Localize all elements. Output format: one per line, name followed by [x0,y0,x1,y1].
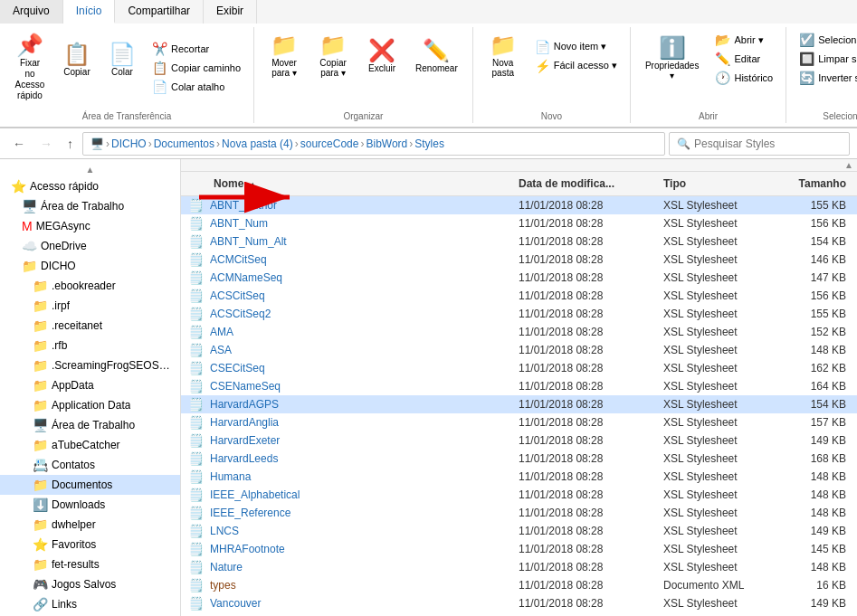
sidebar-item-rfb[interactable]: 📁 .rfb [0,336,180,355]
sidebar-item-dwhelper[interactable]: 📁 dwhelper [0,515,180,535]
sidebar-item-receitanet[interactable]: 📁 .receitanet [0,316,180,336]
breadcrumb-bibword[interactable]: BibWord [366,137,407,150]
up-button[interactable]: ↑ [62,135,79,153]
file-size: 164 KB [777,378,850,394]
file-size: 155 KB [777,197,850,213]
table-row[interactable]: 🗒️Humana11/01/2018 08:28XSL Stylesheet14… [181,468,857,486]
table-row[interactable]: 🗒️ACMCitSeq11/01/2018 08:28XSL Styleshee… [181,251,857,269]
table-row[interactable]: 🗒️IEEE_Reference11/01/2018 08:28XSL Styl… [181,504,857,522]
pin-button[interactable]: 📌 Fixar noAcesso rápido [7,31,52,105]
sidebar-item-appdata[interactable]: 📁 AppData [0,375,180,395]
sidebar-item-downloads[interactable]: ⬇️ Downloads [0,495,180,515]
back-button[interactable]: ← [7,135,31,153]
col-size[interactable]: Tamanho [777,174,850,194]
table-row[interactable]: 🗒️ACSCitSeq11/01/2018 08:28XSL Styleshee… [181,287,857,305]
sidebar-item-megasync[interactable]: M MEGAsync [0,216,180,236]
sidebar-item-application-data[interactable]: 📁 Application Data [0,395,180,415]
file-type: XSL Stylesheet [660,396,777,412]
easy-access-icon: ⚡ [535,59,550,73]
file-name: types [206,577,515,593]
sidebar-item-atubecatcher[interactable]: 📁 aTubeCatcher [0,435,180,455]
search-input[interactable] [694,137,842,150]
rename-button[interactable]: ✏️ Renomear [408,36,465,77]
table-row[interactable]: 🗒️ABNT_Num11/01/2018 08:28XSL Stylesheet… [181,214,857,232]
cut-button[interactable]: ✂️ Recortar [147,40,246,58]
clipboard-buttons: 📌 Fixar noAcesso rápido 📋 Copiar 📄 [7,31,246,119]
select-all-button[interactable]: ☑️ Selecionar tudo [794,31,857,49]
breadcrumb-nova-pasta[interactable]: Nova pasta (4) [222,137,293,150]
col-type[interactable]: Tipo [660,174,777,194]
new-folder-button[interactable]: 📁 Novapasta [481,31,526,81]
table-row[interactable]: 🗒️MHRAFootnote11/01/2018 08:28XSL Styles… [181,540,857,558]
sidebar-item-documentos[interactable]: 📁 Documentos [0,475,180,495]
sidebar-item-fet-results[interactable]: 📁 fet-results [0,554,180,574]
sidebar-item-screamingfrog[interactable]: 📁 .ScreamingFrogSEOSpider [0,355,180,375]
delete-button[interactable]: ❌ Excluir [359,36,405,77]
col-name[interactable]: Nome ▲ [188,174,515,194]
table-row[interactable]: 🗒️HarvardAGPS11/01/2018 08:28XSL Stylesh… [181,395,857,413]
easy-access-label: Fácil acesso ▾ [554,60,617,71]
new-item-button[interactable]: 📄 Novo item ▾ [529,38,623,56]
table-row[interactable]: 🗒️ASA11/01/2018 08:28XSL Stylesheet148 K… [181,341,857,359]
copy-path-button[interactable]: 📋 Copiar caminho [147,59,246,77]
file-date: 11/01/2018 08:28 [515,396,660,412]
table-row[interactable]: 🗒️LNCS11/01/2018 08:28XSL Stylesheet149 … [181,522,857,540]
file-name: ABNT_Num [206,215,515,232]
table-row[interactable]: 🗒️HarvardAnglia11/01/2018 08:28XSL Style… [181,413,857,431]
tab-arquivo[interactable]: Arquivo [0,0,63,24]
easy-access-button[interactable]: ⚡ Fácil acesso ▾ [529,57,623,75]
sidebar-item-dicho[interactable]: 📁 DICHO [0,256,180,276]
table-row[interactable]: 🗒️Nature11/01/2018 08:28XSL Stylesheet14… [181,558,857,576]
move-to-button[interactable]: 📁 Moverpara ▾ [262,31,307,81]
tab-compartilhar[interactable]: Compartilhar [115,0,204,24]
edit-button[interactable]: ✏️ Editar [709,50,778,68]
col-date[interactable]: Data de modifica... [515,174,660,194]
sidebar-item-jogos-salvos[interactable]: 🎮 Jogos Salvos [0,574,180,594]
breadcrumb-sourcecode[interactable]: sourceCode [300,137,359,150]
properties-button[interactable]: ℹ️ Propriedades ▾ [638,33,706,84]
sidebar-item-favoritos[interactable]: ⭐ Favoritos [0,535,180,554]
cut-copy-col: ✂️ Recortar 📋 Copiar caminho 📄 Colar ata… [147,40,246,96]
table-row[interactable]: 🗒️IEEE_Alphabetical11/01/2018 08:28XSL S… [181,486,857,504]
sidebar-item-quick-access[interactable]: ⭐ Acesso rápido [0,176,180,196]
file-size: 148 KB [777,487,850,503]
table-row[interactable]: 🗒️ACMNameSeq11/01/2018 08:28XSL Styleshe… [181,269,857,287]
file-name: CSECitSeq [206,360,515,376]
history-button[interactable]: 🕐 Histórico [709,69,778,87]
sidebar-item-irpf[interactable]: 📁 .irpf [0,296,180,316]
file-type: XSL Stylesheet [660,541,777,557]
file-name: LNCS [206,523,515,539]
copy-button[interactable]: 📋 Copiar [56,40,98,81]
table-row[interactable]: 🗒️ABNT_Num_Alt11/01/2018 08:28XSL Styles… [181,232,857,251]
table-row[interactable]: 🗒️CSENameSeq11/01/2018 08:28XSL Styleshe… [181,377,857,395]
sidebar-item-onedrive[interactable]: ☁️ OneDrive [0,236,180,256]
copy-to-button[interactable]: 📁 Copiarpara ▾ [310,31,356,81]
table-row[interactable]: 🗒️Vancouver11/01/2018 08:28XSL Styleshee… [181,594,857,612]
table-row[interactable]: 🗒️AMA11/01/2018 08:28XSL Stylesheet152 K… [181,323,857,341]
file-date: 11/01/2018 08:28 [515,288,660,304]
tab-exibir[interactable]: Exibir [204,0,257,24]
table-row[interactable]: 🗒️ABNT_Author11/01/2018 08:28XSL Stylesh… [181,196,857,214]
paste-button[interactable]: 📄 Colar [101,40,143,81]
sidebar-item-desktop[interactable]: 🖥️ Área de Trabalho [0,196,180,216]
clear-selection-button[interactable]: 🔲 Limpar seleção [794,50,857,68]
table-row[interactable]: 🗒️CSECitSeq11/01/2018 08:28XSL Styleshee… [181,359,857,377]
forward-button[interactable]: → [34,135,58,153]
table-row[interactable]: 🗒️ACSCitSeq211/01/2018 08:28XSL Styleshe… [181,305,857,323]
invert-selection-button[interactable]: 🔄 Inverter seleção [794,69,857,87]
breadcrumb-styles[interactable]: Styles [414,137,444,150]
tab-inicio[interactable]: Início [63,0,116,24]
sidebar-item-contatos[interactable]: 📇 Contatos [0,455,180,475]
sidebar-item-area-trabalho[interactable]: 🖥️ Área de Trabalho [0,415,180,435]
table-row[interactable]: 🗒️types11/01/2018 08:28Documento XML16 K… [181,576,857,594]
file-type: XSL Stylesheet [660,270,777,286]
paste-shortcut-button[interactable]: 📄 Colar atalho [147,78,246,96]
open-button[interactable]: 📂 Abrir ▾ [709,31,778,49]
breadcrumb-documentos[interactable]: Documentos [154,137,214,150]
sidebar-item-links[interactable]: 🔗 Links [0,594,180,614]
sidebar-item-ebookreader[interactable]: 📁 .ebookreader [0,276,180,296]
table-row[interactable]: 🗒️HarvardLeeds11/01/2018 08:28XSL Styles… [181,450,857,468]
cut-label: Recortar [171,43,209,54]
breadcrumb-dicho[interactable]: DICHO [111,137,147,150]
table-row[interactable]: 🗒️HarvardExeter11/01/2018 08:28XSL Style… [181,431,857,450]
